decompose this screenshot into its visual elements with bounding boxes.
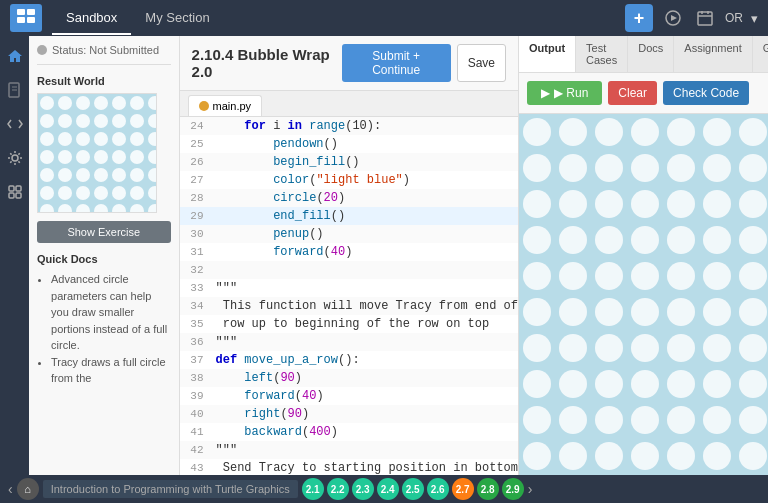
svg-rect-17 [16, 193, 21, 198]
bottom-nav: ‹ ⌂ Introduction to Programming with Tur… [0, 475, 768, 503]
svg-rect-14 [9, 186, 14, 191]
code-line: 40 right(90) [180, 405, 518, 423]
course-label: Introduction to Programming with Turtle … [43, 480, 298, 498]
output-tab[interactable]: Output [519, 36, 576, 72]
right-panel: Output Test Cases Docs Assignment Grade … [518, 36, 768, 503]
or-dropdown[interactable]: OR [725, 11, 743, 25]
my-section-tab[interactable]: My Section [131, 2, 223, 35]
puzzle-sidebar-icon[interactable] [3, 180, 27, 204]
quick-docs-item-1: Advanced circle parameters can help you … [51, 271, 171, 354]
result-world-title: Result World [37, 75, 171, 87]
tab-dot [199, 101, 209, 111]
code-line: 37 def move_up_a_row(): [180, 351, 518, 369]
settings-sidebar-icon[interactable] [3, 146, 27, 170]
code-line: 27 color("light blue") [180, 171, 518, 189]
main-py-tab[interactable]: main.py [188, 95, 263, 116]
lesson-badges: 2.1 2.2 2.3 2.4 2.5 2.6 2.7 2.8 2.9 [302, 478, 524, 500]
editor-header: 2.10.4 Bubble Wrap 2.0 Submit + Continue… [180, 36, 518, 91]
prev-arrow[interactable]: ‹ [8, 481, 13, 497]
svg-rect-20 [38, 94, 157, 213]
left-sidebar [0, 36, 29, 503]
code-line: 42 """ [180, 441, 518, 459]
code-line: 25 pendown() [180, 135, 518, 153]
sandbox-tab[interactable]: Sandbox [52, 2, 131, 35]
calendar-icon[interactable] [693, 6, 717, 30]
code-line: 41 backward(400) [180, 423, 518, 441]
badge-2-3[interactable]: 2.3 [352, 478, 374, 500]
svg-rect-6 [698, 12, 712, 25]
svg-point-13 [12, 155, 18, 161]
run-label: ▶ Run [554, 86, 588, 100]
clear-button[interactable]: Clear [608, 81, 657, 105]
code-sidebar-icon[interactable] [3, 112, 27, 136]
run-button[interactable]: ▶ ▶ Run [527, 81, 602, 105]
svg-marker-5 [671, 15, 677, 21]
badge-2-5[interactable]: 2.5 [402, 478, 424, 500]
code-line: 38 left(90) [180, 369, 518, 387]
badge-2-2[interactable]: 2.2 [327, 478, 349, 500]
quick-docs-list: Advanced circle parameters can help you … [37, 271, 171, 387]
code-line: 28 circle(20) [180, 189, 518, 207]
app-logo[interactable] [10, 4, 42, 32]
content-panel: Status: Not Submitted Result World Show … [29, 36, 180, 503]
svg-rect-1 [27, 9, 35, 15]
badge-2-8[interactable]: 2.8 [477, 478, 499, 500]
svg-rect-0 [17, 9, 25, 15]
code-line: 39 forward(40) [180, 387, 518, 405]
code-line: 36 """ [180, 333, 518, 351]
svg-rect-2 [17, 17, 25, 23]
svg-rect-23 [519, 114, 768, 503]
editor-panel: 2.10.4 Bubble Wrap 2.0 Submit + Continue… [180, 36, 518, 503]
main-layout: Status: Not Submitted Result World Show … [0, 36, 768, 503]
code-line: 32 [180, 261, 518, 279]
right-controls: ▶ ▶ Run Clear Check Code [519, 73, 768, 114]
play-icon[interactable] [661, 6, 685, 30]
code-line: 24 for i in range(10): [180, 117, 518, 135]
status-text: Status: Not Submitted [52, 44, 159, 56]
badge-2-9[interactable]: 2.9 [502, 478, 524, 500]
home-sidebar-icon[interactable] [3, 44, 27, 68]
tab-filename: main.py [213, 100, 252, 112]
code-line: 34 This function will move Tracy from en… [180, 297, 518, 315]
dropdown-arrow: ▾ [751, 11, 758, 26]
check-code-button[interactable]: Check Code [663, 81, 749, 105]
editor-actions: Submit + Continue Save [342, 44, 506, 82]
badge-2-6[interactable]: 2.6 [427, 478, 449, 500]
quick-docs-title: Quick Docs [37, 253, 171, 265]
badge-2-1[interactable]: 2.1 [302, 478, 324, 500]
editor-tabs: main.py [180, 91, 518, 117]
badge-2-7[interactable]: 2.7 [452, 478, 474, 500]
result-world-canvas [37, 93, 157, 213]
submit-button[interactable]: Submit + Continue [342, 44, 451, 82]
editor-title: 2.10.4 Bubble Wrap 2.0 [192, 46, 342, 80]
top-nav-icons: + OR ▾ [625, 4, 758, 32]
code-line: 30 penup() [180, 225, 518, 243]
grade-tab[interactable]: Grade [753, 36, 768, 72]
add-button[interactable]: + [625, 4, 653, 32]
code-area[interactable]: 24 for i in range(10): 25 pendown() 26 b… [180, 117, 518, 503]
code-line: 33 """ [180, 279, 518, 297]
status-bar: Status: Not Submitted [37, 44, 171, 65]
svg-rect-16 [9, 193, 14, 198]
badge-2-4[interactable]: 2.4 [377, 478, 399, 500]
next-arrow[interactable]: › [528, 481, 533, 497]
code-line: 31 forward(40) [180, 243, 518, 261]
code-line-highlighted: 29 end_fill() [180, 207, 518, 225]
home-button[interactable]: ⌂ [17, 478, 39, 500]
docs-tab[interactable]: Docs [628, 36, 674, 72]
right-tabs: Output Test Cases Docs Assignment Grade … [519, 36, 768, 73]
code-line: 35 row up to beginning of the row on top [180, 315, 518, 333]
test-cases-tab[interactable]: Test Cases [576, 36, 628, 72]
quick-docs-item-2: Tracy draws a full circle from the [51, 354, 171, 387]
svg-rect-15 [16, 186, 21, 191]
output-canvas [519, 114, 768, 503]
svg-rect-3 [27, 17, 35, 23]
top-nav-tabs: Sandbox My Section [52, 2, 224, 35]
show-exercise-button[interactable]: Show Exercise [37, 221, 171, 243]
run-icon: ▶ [541, 86, 550, 100]
save-button[interactable]: Save [457, 44, 506, 82]
status-dot [37, 45, 47, 55]
top-nav: Sandbox My Section + OR ▾ [0, 0, 768, 36]
assignment-tab[interactable]: Assignment [674, 36, 752, 72]
book-sidebar-icon[interactable] [3, 78, 27, 102]
